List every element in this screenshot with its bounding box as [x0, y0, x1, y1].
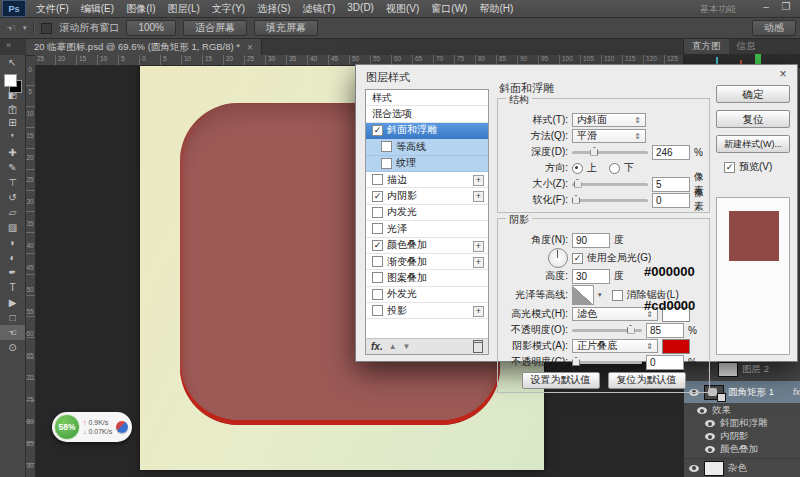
menu-item[interactable]: 帮助(H) — [473, 2, 519, 16]
style-dropdown[interactable]: 内斜面 ⇕ — [572, 113, 646, 127]
effect-row-bevel[interactable]: 斜面和浮雕 — [684, 417, 800, 430]
soften-slider[interactable] — [572, 199, 648, 202]
visibility-toggle[interactable] — [704, 433, 716, 440]
screen-mode-icon[interactable]: ◫ — [0, 102, 25, 117]
anti-aliased-checkbox[interactable] — [612, 290, 623, 301]
menu-item[interactable]: 图层(L) — [162, 2, 206, 16]
path-selection-tool-icon[interactable]: ▶ — [0, 295, 25, 310]
checkbox-checked[interactable]: ✓ — [372, 240, 383, 251]
fx-icon[interactable]: fx. — [371, 341, 383, 352]
widget-ball-icon[interactable] — [116, 421, 128, 433]
ok-button[interactable]: 确定 — [716, 85, 790, 103]
style-item-pattern-overlay[interactable]: 图案叠加 — [366, 270, 488, 286]
technique-dropdown[interactable]: 平滑 ⇕ — [572, 129, 646, 143]
opacity2-input[interactable]: 0 — [646, 355, 684, 370]
gradient-tool-icon[interactable]: ▨ — [0, 220, 25, 235]
delete-effect-icon[interactable] — [473, 340, 483, 353]
memory-percent-badge[interactable]: 58% — [54, 414, 80, 440]
zoom-tool-icon[interactable]: ⊙ — [0, 340, 25, 355]
brush-tool-icon[interactable]: ✎ — [0, 160, 25, 175]
size-slider[interactable] — [572, 183, 648, 186]
slider-thumb[interactable] — [627, 325, 635, 334]
new-style-button[interactable]: 新建样式(W)... — [716, 135, 790, 153]
style-item-texture[interactable]: 纹理 — [366, 156, 488, 172]
altitude-input[interactable]: 30 — [572, 269, 610, 284]
fill-screen-button[interactable]: 填充屏幕 — [254, 20, 318, 36]
opacity1-slider[interactable] — [572, 329, 642, 332]
style-item-outer-glow[interactable]: 外发光 — [366, 287, 488, 303]
fit-screen-button[interactable]: 适合屏幕 — [183, 20, 247, 36]
checkbox[interactable] — [372, 174, 383, 185]
zoom-100-button[interactable]: 100% — [126, 20, 176, 36]
add-instance-icon[interactable]: + — [473, 175, 484, 186]
layer-fx-badge[interactable]: fx — [793, 387, 800, 397]
tab-histogram[interactable]: 直方图 — [684, 39, 729, 54]
use-global-light-checkbox[interactable]: ✓ — [572, 253, 583, 264]
foreground-color-chip[interactable] — [4, 74, 17, 87]
checkbox[interactable] — [372, 272, 383, 283]
add-instance-icon[interactable]: + — [473, 241, 484, 252]
style-item-blending-options[interactable]: 混合选项 — [366, 106, 488, 122]
history-brush-tool-icon[interactable]: ↺ — [0, 190, 25, 205]
minimize-button[interactable]: – — [758, 1, 774, 12]
slider-thumb[interactable] — [574, 179, 582, 188]
layer-thumbnail[interactable] — [704, 461, 724, 476]
visibility-toggle[interactable] — [696, 407, 708, 414]
clone-stamp-tool-icon[interactable]: ⊤ — [0, 175, 25, 190]
checkbox[interactable] — [372, 305, 383, 316]
menu-item[interactable]: 选择(S) — [251, 2, 296, 16]
checkbox[interactable] — [372, 223, 383, 234]
effects-row[interactable]: 效果 — [684, 404, 800, 417]
angle-input[interactable]: 90 — [572, 233, 610, 248]
depth-slider[interactable] — [572, 151, 648, 154]
tool-preset-arrow-icon[interactable]: ▾ — [23, 24, 27, 32]
styles-list-header[interactable]: 样式 — [366, 90, 488, 106]
effect-row-color-overlay[interactable]: 颜色叠加 — [684, 443, 800, 456]
effect-row-inner-shadow[interactable]: 内阴影 — [684, 430, 800, 443]
direction-down-radio[interactable] — [609, 163, 620, 174]
layer-thumbnail[interactable] — [718, 362, 738, 377]
style-item-color-overlay[interactable]: ✓ 颜色叠加 + — [366, 238, 488, 254]
move-tool-icon[interactable]: ↖ — [0, 55, 25, 70]
close-document-icon[interactable]: × — [247, 42, 253, 53]
soften-input[interactable]: 0 — [652, 193, 690, 208]
dodge-tool-icon[interactable]: ◐ — [0, 250, 25, 265]
move-up-icon[interactable]: ▲ — [389, 342, 397, 351]
shadow-mode-dropdown[interactable]: 正片叠底 ⇕ — [572, 339, 658, 353]
angle-dial[interactable] — [548, 248, 568, 268]
menu-item[interactable]: 图像(I) — [120, 2, 161, 16]
menu-item[interactable]: 视图(V) — [380, 2, 425, 16]
slider-thumb[interactable] — [590, 147, 598, 156]
eraser-tool-icon[interactable]: ▱ — [0, 205, 25, 220]
menu-item[interactable]: 文件(F) — [30, 2, 75, 16]
style-item-inner-shadow[interactable]: ✓ 内阴影 + — [366, 188, 488, 204]
restore-button[interactable]: ❐ — [778, 1, 794, 12]
reset-default-button[interactable]: 复位为默认值 — [608, 372, 686, 389]
type-tool-icon[interactable]: T — [0, 280, 25, 295]
opacity1-input[interactable]: 85 — [646, 323, 684, 338]
set-default-button[interactable]: 设置为默认值 — [522, 372, 600, 389]
hand-tool-icon[interactable]: ☜ — [0, 325, 25, 340]
add-instance-icon[interactable]: + — [473, 257, 484, 268]
visibility-toggle[interactable] — [688, 465, 700, 472]
visibility-toggle[interactable] — [704, 420, 716, 427]
menu-item[interactable]: 滤镜(T) — [297, 2, 342, 16]
scroll-all-windows-checkbox[interactable] — [41, 23, 52, 34]
healing-brush-tool-icon[interactable]: ✚ — [0, 145, 25, 160]
style-item-inner-glow[interactable]: 内发光 — [366, 205, 488, 221]
gloss-contour-thumbnail[interactable] — [572, 285, 594, 305]
dialog-close-icon[interactable]: × — [776, 67, 790, 81]
checkbox-checked[interactable]: ✓ — [372, 191, 383, 202]
menu-item[interactable]: 窗口(W) — [425, 2, 473, 16]
preview-checkbox[interactable]: ✓ — [724, 162, 735, 173]
workspace-switch-button[interactable]: 动感 — [752, 20, 796, 36]
shape-tool-icon[interactable]: □ — [0, 310, 25, 325]
style-item-drop-shadow[interactable]: 投影 + — [366, 303, 488, 319]
style-item-gradient-overlay[interactable]: 渐变叠加 + — [366, 254, 488, 270]
checkbox-checked[interactable]: ✓ — [372, 125, 383, 136]
workspace-label[interactable]: 基本功能 — [700, 3, 736, 16]
eyedropper-tool-icon[interactable]: ❜ — [0, 130, 25, 145]
menu-item[interactable]: 文字(Y) — [206, 2, 251, 16]
menu-item[interactable]: 3D(D) — [341, 2, 380, 16]
style-item-contour[interactable]: 等高线 — [366, 139, 488, 155]
